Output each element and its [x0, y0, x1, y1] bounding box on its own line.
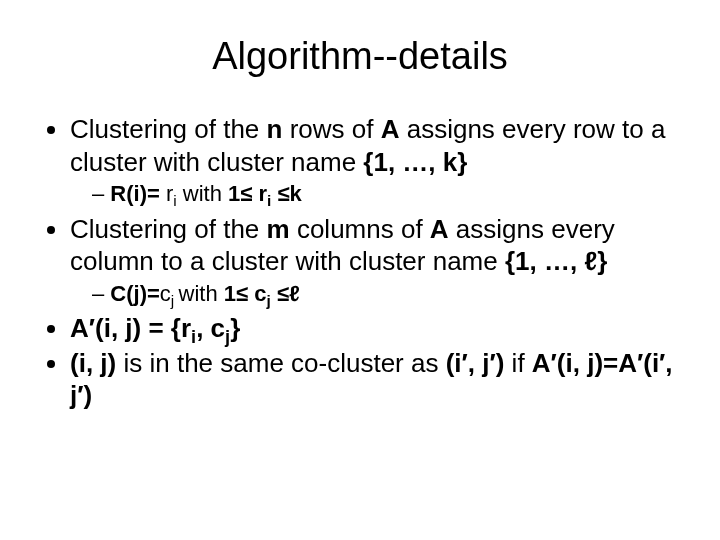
t: R(i)= [110, 181, 166, 206]
t: } [230, 313, 240, 343]
t: with [179, 281, 224, 306]
t: m [267, 214, 290, 244]
t: Clustering of the [70, 214, 267, 244]
bullet-4: (i, j) is in the same co-cluster as (i′,… [70, 347, 680, 412]
t: C(j)= [110, 281, 160, 306]
t: , c [196, 313, 225, 343]
t: 1≤ c [224, 281, 267, 306]
t: A′(i, j) = {r [70, 313, 191, 343]
t: A [430, 214, 449, 244]
slide-body: Algorithm--details Clustering of the n r… [0, 0, 720, 434]
t: A [381, 114, 400, 144]
bullet-2: Clustering of the m columns of A assigns… [70, 213, 680, 309]
t: ≤k [271, 181, 301, 206]
t: (i′, j′) [446, 348, 505, 378]
sub-list-1: R(i)= ri with 1≤ ri ≤k [70, 180, 680, 209]
t: Clustering of the [70, 114, 267, 144]
sub-list-2: C(j)=cj with 1≤ cj ≤ℓ [70, 280, 680, 309]
sub: j [171, 292, 179, 309]
t: {1, …, ℓ} [505, 246, 607, 276]
t: is in the same co-cluster as [116, 348, 445, 378]
bullet-list: Clustering of the n rows of A assigns ev… [40, 113, 680, 412]
t: {1, …, k} [363, 147, 467, 177]
slide-title: Algorithm--details [40, 35, 680, 78]
t: with [177, 181, 228, 206]
t: rows of [282, 114, 380, 144]
t: ≤ℓ [271, 281, 300, 306]
t: 1≤ r [228, 181, 267, 206]
sub-bullet-2: C(j)=cj with 1≤ cj ≤ℓ [92, 280, 680, 309]
t: if [504, 348, 531, 378]
t: n [267, 114, 283, 144]
t: columns of [290, 214, 430, 244]
t: (i, j) [70, 348, 116, 378]
bullet-3: A′(i, j) = {ri, cj} [70, 312, 680, 345]
sub-bullet-1: R(i)= ri with 1≤ ri ≤k [92, 180, 680, 209]
t: c [160, 281, 171, 306]
bullet-1: Clustering of the n rows of A assigns ev… [70, 113, 680, 209]
